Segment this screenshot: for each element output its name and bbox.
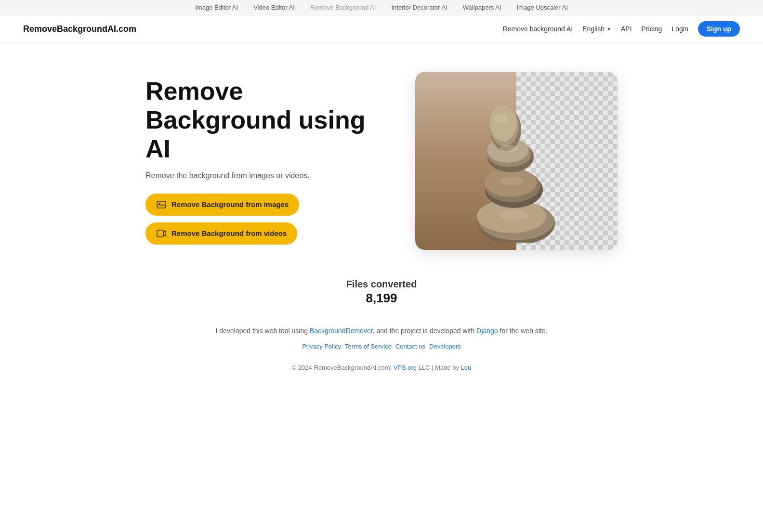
- image-icon: [156, 199, 167, 210]
- footer-info: I developed this web tool using Backgrou…: [0, 317, 763, 358]
- topnav-remove-bg[interactable]: Remove Background AI: [310, 4, 376, 11]
- chevron-down-icon: ▼: [606, 26, 611, 32]
- footer-text3: for the web site.: [498, 327, 548, 335]
- svg-point-17: [500, 177, 523, 185]
- topnav-image-editor[interactable]: Image Editor AI: [195, 4, 238, 11]
- header-login-link[interactable]: Login: [671, 25, 688, 33]
- svg-point-16: [500, 145, 519, 153]
- svg-rect-2: [157, 230, 163, 237]
- django-link[interactable]: Django: [476, 327, 498, 335]
- hero-image-container: [415, 72, 618, 250]
- copyright-text: © 2024 RemoveBackgroundAI.com|: [292, 364, 394, 371]
- hero-title: Remove Background using AI: [145, 77, 386, 163]
- topnav-video-editor[interactable]: Video Editor AI: [253, 4, 295, 11]
- topnav-interior-decorator[interactable]: Interior Decorator AI: [391, 4, 447, 11]
- svg-point-15: [494, 114, 508, 123]
- vps-link[interactable]: VPS.org: [394, 364, 417, 371]
- svg-point-18: [500, 209, 528, 220]
- contact-us-link[interactable]: Contact us: [395, 341, 425, 352]
- remove-bg-videos-button[interactable]: Remove Background from videos: [145, 222, 297, 245]
- video-icon: [156, 228, 167, 239]
- main-header: RemoveBackgroundAI.com Remove background…: [0, 15, 763, 43]
- site-logo[interactable]: RemoveBackgroundAI.com: [23, 24, 136, 34]
- language-selector[interactable]: English ▼: [582, 25, 611, 33]
- svg-point-14: [490, 105, 517, 142]
- stats-label: Files converted: [0, 279, 763, 290]
- stats-number: 8,199: [0, 291, 763, 306]
- copyright: © 2024 RemoveBackgroundAI.com| VPS.org L…: [0, 358, 763, 383]
- made-by-link[interactable]: Lou: [461, 364, 472, 371]
- privacy-policy-link[interactable]: Privacy Policy: [302, 341, 341, 352]
- header-api-link[interactable]: API: [621, 25, 632, 33]
- developers-link[interactable]: Developers: [429, 341, 461, 352]
- remove-bg-images-label: Remove Background from images: [171, 200, 289, 208]
- terms-of-service-link[interactable]: Terms of Service: [345, 341, 392, 352]
- background-remover-link[interactable]: BackgroundRemover,: [310, 327, 375, 335]
- remove-bg-images-button[interactable]: Remove Background from images: [145, 194, 299, 216]
- hero-image-box: [415, 72, 618, 250]
- header-pricing-link[interactable]: Pricing: [642, 25, 662, 33]
- stats-section: Files converted 8,199: [0, 269, 763, 317]
- topnav-image-upscaler[interactable]: Image Upscaler AI: [517, 4, 568, 11]
- copyright-text2: LLC | Made by: [417, 364, 461, 371]
- header-remove-bg-link[interactable]: Remove background AI: [503, 25, 573, 33]
- footer-text2: and the project is developed with: [375, 327, 477, 335]
- signup-button[interactable]: Sign up: [698, 21, 740, 37]
- stones-image: [415, 72, 618, 250]
- language-label: English: [582, 25, 605, 33]
- remove-bg-videos-label: Remove Background from videos: [171, 229, 287, 237]
- topnav-wallpapers[interactable]: Wallpapers AI: [463, 4, 501, 11]
- footer-text1: I developed this web tool using: [216, 327, 310, 335]
- top-nav: Image Editor AI Video Editor AI Remove B…: [0, 0, 763, 15]
- hero-section: Remove Background using AI Remove the ba…: [92, 43, 671, 269]
- hero-subtitle: Remove the background from images or vid…: [145, 171, 386, 180]
- hero-text: Remove Background using AI Remove the ba…: [145, 77, 386, 244]
- footer-links: Privacy Policy Terms of Service Contact …: [0, 341, 763, 352]
- header-nav: Remove background AI English ▼ API Prici…: [503, 21, 740, 37]
- cta-buttons: Remove Background from images Remove Bac…: [145, 194, 386, 245]
